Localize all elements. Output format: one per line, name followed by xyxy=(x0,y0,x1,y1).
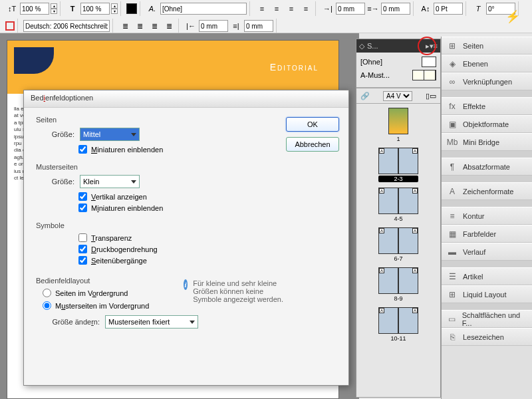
muster-size-label: Größe: xyxy=(43,178,74,186)
align-center-icon[interactable]: ≡ xyxy=(270,2,283,15)
page-thumb-label: 1 xyxy=(388,136,408,142)
panel-gap xyxy=(442,303,532,310)
panel-label: Farbfelder xyxy=(463,230,496,238)
indent-left-input[interactable] xyxy=(336,3,365,15)
panel-gap xyxy=(442,90,532,97)
char-icon: A xyxy=(447,186,458,197)
swatch-icon: ▦ xyxy=(447,229,458,239)
justify-all-icon[interactable]: ≣ xyxy=(118,19,132,33)
page-thumb[interactable]: AA4-5 xyxy=(378,188,418,222)
seiten-vg-radio[interactable] xyxy=(43,289,51,297)
fx-icon: fx xyxy=(447,101,458,112)
panel-grad[interactable]: ▬Verlauf xyxy=(442,243,532,261)
cancel-button[interactable]: Abbrechen xyxy=(286,137,339,152)
char-color-icon[interactable] xyxy=(126,3,137,14)
transparenz-checkbox[interactable] xyxy=(78,233,87,242)
seitenueb-label: Seitenübergänge xyxy=(91,257,147,265)
btn-icon: ▭ xyxy=(447,314,457,325)
layers-icon: ◈ xyxy=(447,59,458,69)
align-right-icon[interactable]: ≡ xyxy=(285,2,298,15)
panel-stroke[interactable]: ≡Kontur xyxy=(442,207,532,225)
seiten-thumb-label: Miniaturen einblenden xyxy=(91,146,163,154)
lightning-icon[interactable]: ⚡ xyxy=(505,9,520,24)
panel-label: Mini Bridge xyxy=(463,138,499,146)
justify-left-icon[interactable]: ≣ xyxy=(133,19,146,33)
muster-thumb-checkbox[interactable] xyxy=(78,203,87,212)
muster-vert-label: Vertikal anzeigen xyxy=(91,193,147,201)
page-thumb-label: 8-9 xyxy=(378,295,418,302)
scale-t-input[interactable] xyxy=(80,3,110,15)
page-banner: Editorial xyxy=(270,62,319,72)
ok-button[interactable]: OK xyxy=(286,117,339,132)
align-justify-icon[interactable]: ≡ xyxy=(299,2,313,15)
chevron-down-icon xyxy=(131,180,136,184)
scale-x-input[interactable] xyxy=(20,3,49,15)
indent-right-input[interactable] xyxy=(199,20,228,32)
master-a-row[interactable]: A-Must... xyxy=(360,70,436,80)
page-format-row: 🔗 A4 V ▯▭ xyxy=(356,88,440,104)
justify-right-icon[interactable]: ≣ xyxy=(162,19,176,33)
page-format-select[interactable]: A4 V xyxy=(383,91,412,101)
page-thumb[interactable]: AA2-3 xyxy=(378,148,418,182)
panel-label: Zeichenformate xyxy=(463,188,513,196)
panel-obj[interactable]: ▣Objektformate xyxy=(442,115,532,133)
dialog-titlebar[interactable]: Bedienfeldoptionen xyxy=(24,90,348,108)
char-style-icon[interactable]: A. xyxy=(146,2,159,15)
page-thumb[interactable]: 1 xyxy=(388,108,408,142)
panel-pages[interactable]: ⊞Seiten xyxy=(442,37,532,55)
panel-para[interactable]: ¶Absatzformate xyxy=(442,158,532,176)
druck-checkbox[interactable] xyxy=(78,245,87,253)
seiten-thumb-checkbox[interactable] xyxy=(78,145,87,154)
muster-vert-checkbox[interactable] xyxy=(78,192,87,201)
panel-mb[interactable]: MbMini Bridge xyxy=(442,133,532,151)
scale-t-icon[interactable]: T xyxy=(66,2,79,15)
page-thumb[interactable]: AA6-7 xyxy=(378,227,418,262)
seitenueb-checkbox[interactable] xyxy=(78,256,87,265)
panel-layers[interactable]: ◈Ebenen xyxy=(442,55,532,72)
symbole-note: i Für kleine und sehr kleine Größen könn… xyxy=(184,279,290,303)
muster-thumb-label: Miniaturen einblenden xyxy=(91,204,163,212)
grad-icon: ▬ xyxy=(447,247,458,257)
indent-first-icon[interactable]: ≡→ xyxy=(366,2,380,15)
muster-title: Musterseiten xyxy=(36,163,336,171)
stroke-color-icon[interactable] xyxy=(5,21,15,31)
panel-btn[interactable]: ▭Schaltflächen und F... xyxy=(442,310,532,328)
char-style-input[interactable] xyxy=(160,3,247,15)
panel-bookmark[interactable]: ⎘Lesezeichen xyxy=(442,328,532,346)
indent-last-icon[interactable]: ≡| xyxy=(229,19,243,33)
panel-label: Lesezeichen xyxy=(463,333,504,341)
baseline-icon[interactable]: A↕ xyxy=(419,2,432,15)
panel-article[interactable]: ☰Artikel xyxy=(442,267,532,285)
muster-size-dropdown[interactable]: Klein xyxy=(80,175,140,188)
transparenz-label: Transparenz xyxy=(91,234,132,242)
baseline-input[interactable] xyxy=(434,3,463,15)
chevron-down-icon xyxy=(131,133,136,136)
language-input[interactable] xyxy=(23,20,110,32)
chain-icon[interactable]: 🔗 xyxy=(360,92,370,100)
panel-swatch[interactable]: ▦Farbfelder xyxy=(442,225,532,243)
skew-icon[interactable]: T xyxy=(471,2,485,15)
indent-last-input[interactable] xyxy=(244,20,273,32)
seiten-size-dropdown[interactable]: Mittel xyxy=(80,128,140,141)
groesse-dropdown[interactable]: Musterseiten fixiert xyxy=(105,315,198,329)
page-thumb[interactable]: AA8-9 xyxy=(378,267,418,302)
scale-x-icon[interactable]: ↕T xyxy=(5,2,19,15)
panel-label: Ebenen xyxy=(463,60,488,68)
muster-vg-radio[interactable] xyxy=(43,301,51,310)
panel-char[interactable]: AZeichenformate xyxy=(442,182,532,200)
align-left-icon[interactable]: ≡ xyxy=(255,2,269,15)
links-icon: ∞ xyxy=(447,76,458,87)
indent-left-icon[interactable]: →| xyxy=(321,2,334,15)
muster-vg-label: Musterseiten im Vordergrund xyxy=(55,302,149,310)
panel-links[interactable]: ∞Verknüpfungen xyxy=(442,72,532,90)
page-thumb[interactable]: AA10-11 xyxy=(378,307,418,342)
panel-fx[interactable]: fxEffekte xyxy=(442,97,532,115)
orient-icon[interactable]: ▯▭ xyxy=(426,92,436,100)
master-none-row[interactable]: [Ohne] xyxy=(360,57,436,67)
pages-panel-tab[interactable]: ◇S... ▸▾≡ xyxy=(356,39,440,53)
panel-liquid[interactable]: ⊞Liquid Layout xyxy=(442,285,532,303)
justify-center-icon[interactable]: ≣ xyxy=(148,19,161,33)
master-thumb xyxy=(412,70,436,80)
indent-first-input[interactable] xyxy=(381,3,410,15)
indent-right-icon[interactable]: |← xyxy=(184,19,198,33)
